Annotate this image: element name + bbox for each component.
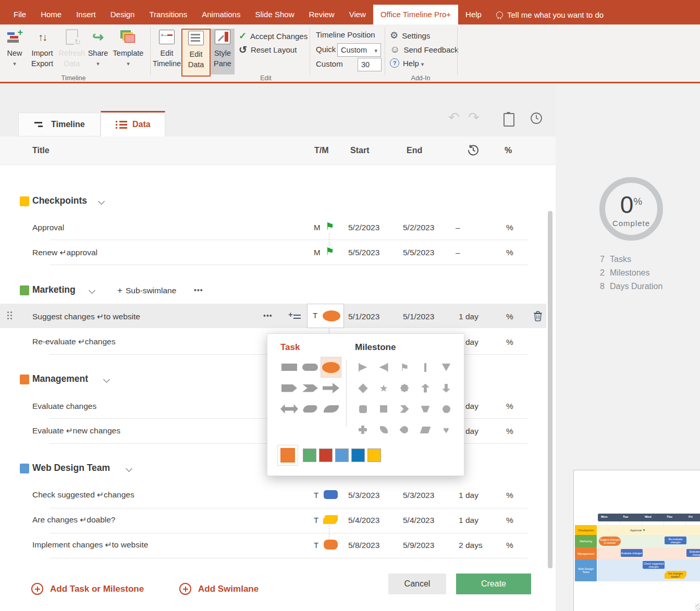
color-swatch-3[interactable] bbox=[335, 448, 349, 462]
undo-icon[interactable] bbox=[448, 109, 460, 126]
edit-timeline-button[interactable]: Edit Timeline bbox=[154, 29, 179, 74]
redo-icon[interactable] bbox=[468, 109, 480, 126]
add-task-or-milestone-button[interactable]: Add Task or Milestone bbox=[31, 583, 144, 595]
send-feedback-button[interactable]: Send Feedback bbox=[390, 44, 458, 55]
delete-row-icon[interactable] bbox=[533, 310, 543, 321]
tab-design[interactable]: Design bbox=[103, 5, 142, 24]
task-shape[interactable] bbox=[323, 515, 338, 524]
milestone-shape-parallelogram[interactable] bbox=[415, 419, 436, 440]
reset-layout-button[interactable]: Reset Layout bbox=[239, 44, 297, 56]
tab-slide-show[interactable]: Slide Show bbox=[248, 5, 301, 24]
milestone-shape-flag[interactable]: ⚑ bbox=[394, 357, 415, 378]
cancel-button[interactable]: Cancel bbox=[388, 573, 446, 594]
milestone-shape-flag-right[interactable] bbox=[352, 357, 373, 378]
tell-me-box[interactable]: Tell me what you want to do bbox=[496, 5, 604, 24]
import-export-button[interactable]: Import Export bbox=[27, 29, 57, 74]
milestone-shape-arrow-down[interactable] bbox=[436, 378, 457, 398]
row-percent[interactable]: % bbox=[506, 516, 513, 525]
task-shape-oval[interactable] bbox=[321, 357, 341, 378]
more-options-button[interactable]: ••• bbox=[194, 286, 203, 294]
row-title[interactable]: Suggest changes ↵to website bbox=[32, 312, 140, 321]
row-start-date[interactable]: 5/3/2023 bbox=[348, 491, 379, 500]
swimlane-marketing[interactable]: Marketing bbox=[32, 284, 76, 295]
row-title[interactable]: Re-evaluate ↵changes bbox=[32, 337, 115, 346]
row-title[interactable]: Check suggested ↵changes bbox=[32, 490, 134, 500]
color-swatch-5[interactable] bbox=[367, 448, 381, 462]
add-swimlane-button[interactable]: Add Swimlane bbox=[179, 583, 259, 595]
tab-animations[interactable]: Animations bbox=[194, 5, 248, 24]
row-start-date[interactable]: 5/1/2023 bbox=[348, 312, 379, 321]
tab-office-timeline-pro[interactable]: Office Timeline Pro+ bbox=[373, 5, 458, 24]
task-shape[interactable] bbox=[324, 540, 338, 550]
clipboard-icon[interactable] bbox=[503, 113, 514, 127]
row-tm-type[interactable]: T bbox=[314, 516, 318, 525]
accept-changes-button[interactable]: Accept Changes bbox=[239, 30, 308, 42]
create-button[interactable]: Create bbox=[456, 573, 531, 594]
row-tm-type[interactable]: T bbox=[314, 491, 318, 500]
row-percent[interactable]: % bbox=[506, 541, 513, 550]
row-title[interactable]: Evaluate ↵new changes bbox=[32, 426, 120, 435]
tm-shape-cell[interactable]: T bbox=[307, 304, 344, 328]
task-shape-chevron[interactable] bbox=[300, 378, 321, 398]
milestone-shape-teardrop[interactable] bbox=[394, 419, 415, 440]
milestone-shape-chevron-right[interactable] bbox=[394, 398, 415, 419]
style-pane-button[interactable]: Style Pane bbox=[211, 29, 235, 74]
milestone-shape-plus[interactable] bbox=[352, 419, 373, 440]
tab-data-view[interactable]: Data bbox=[101, 111, 165, 136]
row-start-date[interactable]: 5/5/2023 bbox=[348, 248, 379, 257]
custom-position-input[interactable] bbox=[358, 58, 382, 71]
color-swatch-0[interactable] bbox=[277, 445, 298, 466]
task-shape-double-arrow[interactable] bbox=[279, 398, 300, 419]
milestone-shape-arrow-up[interactable] bbox=[415, 378, 436, 398]
row-title[interactable]: Evaluate changes bbox=[32, 402, 96, 411]
task-shape-leaf-task[interactable] bbox=[321, 398, 341, 419]
row-percent[interactable]: % bbox=[506, 427, 513, 436]
row-percent[interactable]: % bbox=[506, 248, 513, 257]
row-tm-type[interactable]: M bbox=[314, 223, 321, 232]
row-percent[interactable]: % bbox=[506, 402, 513, 411]
milestone-flag-icon[interactable] bbox=[325, 220, 334, 232]
row-title[interactable]: Are changes ↵doable? bbox=[32, 515, 116, 525]
task-shape[interactable] bbox=[324, 490, 338, 499]
row-end-date[interactable]: 5/2/2023 bbox=[403, 223, 434, 232]
row-start-date[interactable]: 5/8/2023 bbox=[348, 541, 379, 550]
quick-position-select[interactable]: Custom bbox=[337, 43, 381, 57]
indent-subtask-icon[interactable] bbox=[288, 311, 302, 322]
row-title[interactable]: Implement changes ↵to website bbox=[32, 540, 148, 550]
row-end-date[interactable]: 5/9/2023 bbox=[403, 541, 434, 550]
tab-home[interactable]: Home bbox=[33, 5, 69, 24]
task-shape-rounded-rectangle[interactable] bbox=[300, 357, 321, 378]
milestone-shape-seal[interactable] bbox=[394, 378, 415, 398]
settings-button[interactable]: Settings bbox=[390, 30, 430, 41]
task-shape-arrow-right[interactable] bbox=[321, 378, 341, 398]
row-more-button[interactable]: ••• bbox=[263, 311, 273, 320]
add-sub-swimlane-button[interactable]: Sub-swimlane bbox=[117, 285, 176, 296]
milestone-shape-trapezoid-down[interactable] bbox=[415, 398, 436, 419]
milestone-flag-icon[interactable] bbox=[325, 245, 334, 257]
milestone-shape-rounded-square[interactable] bbox=[352, 398, 373, 419]
row-tm-type[interactable]: M bbox=[314, 248, 321, 257]
drag-handle[interactable] bbox=[7, 311, 9, 313]
row-start-date[interactable]: 5/2/2023 bbox=[348, 223, 379, 232]
tab-timeline-view[interactable]: Timeline bbox=[18, 113, 101, 136]
task-shape-pentagon[interactable] bbox=[279, 378, 300, 398]
refresh-data-button[interactable]: Refresh Data bbox=[59, 29, 84, 74]
milestone-shape-diamond[interactable] bbox=[352, 378, 373, 398]
milestone-shape-triangle-down[interactable] bbox=[436, 357, 457, 378]
row-end-date[interactable]: 5/4/2023 bbox=[403, 516, 434, 525]
task-shape-rectangle[interactable] bbox=[279, 357, 300, 378]
vertical-scrollbar[interactable] bbox=[548, 211, 552, 568]
swimlane-management[interactable]: Management bbox=[32, 373, 88, 384]
milestone-shape-star[interactable]: ★ bbox=[373, 378, 394, 398]
row-title[interactable]: Approval bbox=[32, 223, 64, 232]
milestone-shape-leaf[interactable] bbox=[373, 419, 394, 440]
help-button[interactable]: ? Help bbox=[390, 58, 424, 68]
color-swatch-1[interactable] bbox=[303, 448, 316, 462]
edit-data-button[interactable]: Edit Data bbox=[181, 29, 211, 77]
color-swatch-2[interactable] bbox=[319, 448, 333, 462]
preview-resize-handle[interactable] bbox=[695, 604, 700, 611]
tab-insert[interactable]: Insert bbox=[69, 5, 103, 24]
milestone-shape-bar[interactable] bbox=[415, 357, 436, 378]
row-percent[interactable]: % bbox=[506, 491, 513, 500]
row-end-date[interactable]: 5/3/2023 bbox=[403, 491, 434, 500]
